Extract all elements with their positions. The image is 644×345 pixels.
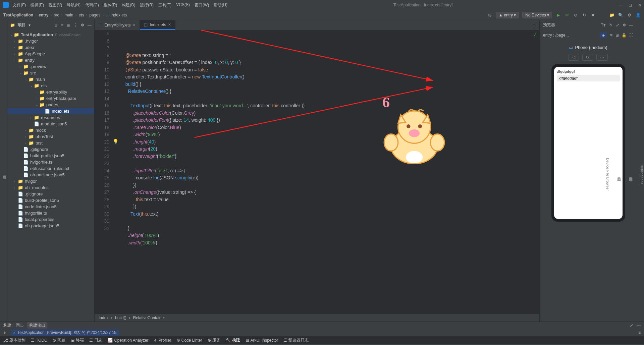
tree-item[interactable]: 📄build-profile.json5: [7, 153, 94, 159]
tree-item[interactable]: 📄hvigorfile.ts: [7, 210, 94, 216]
menu-refactor[interactable]: 重构(R): [104, 2, 117, 8]
tree-root[interactable]: ⌄📁 TestApplicationE:\nana\Deskto: [7, 32, 94, 38]
tool-profiler[interactable]: ✈ Profiler: [154, 338, 171, 343]
stack-icon[interactable]: ≋: [609, 33, 613, 38]
tree-item[interactable]: 📄oh-package.json5: [7, 172, 94, 178]
back-icon[interactable]: ◁: [569, 54, 579, 61]
tree-item[interactable]: ›📁test: [7, 140, 94, 146]
build-task[interactable]: ✓TestApplication [PreviewBuild]: 成功的 在20…: [11, 330, 119, 336]
search-icon[interactable]: 🔍: [618, 12, 623, 18]
menu-code[interactable]: 代码(C): [85, 2, 99, 8]
breadcrumb-item[interactable]: main: [64, 13, 73, 17]
menu-tools[interactable]: 工具(T): [158, 2, 171, 8]
tool-build[interactable]: 🔨 构建: [226, 337, 240, 343]
hide-icon[interactable]: —: [88, 23, 92, 27]
breadcrumb-item[interactable]: build(): [115, 315, 126, 320]
maximize-icon[interactable]: ◻: [629, 3, 632, 7]
tree-item[interactable]: ›📁.preview: [7, 63, 94, 70]
breadcrumb-item[interactable]: pages: [90, 13, 101, 17]
lock-icon[interactable]: 🔒: [622, 33, 627, 38]
tree-item[interactable]: ›📁hvigor: [7, 178, 94, 184]
tree-item[interactable]: 📄oh-package.json5: [7, 223, 94, 229]
gutter-device-browser[interactable]: Device File Browser: [606, 158, 610, 191]
breadcrumb-item[interactable]: entry: [39, 13, 48, 17]
expand-icon[interactable]: ≡: [61, 23, 63, 27]
tool-log[interactable]: ☰ 日志: [89, 337, 102, 343]
layers-icon[interactable]: ◈: [600, 32, 607, 38]
tool-arkui[interactable]: ▦ ArkUI Inspector: [246, 338, 278, 343]
gear-icon[interactable]: ⚙: [627, 12, 632, 18]
tree-item[interactable]: 📄Index.ets: [7, 108, 94, 114]
tool-todo[interactable]: ☰ TODO: [31, 338, 47, 343]
tool-linter[interactable]: ⊙ Code Linter: [177, 338, 202, 343]
menu-view[interactable]: 视图(V): [49, 2, 62, 8]
tree-item[interactable]: ⌄📁entry: [7, 57, 94, 63]
device-dropdown[interactable]: No Devices ▾: [522, 12, 552, 18]
close-icon[interactable]: ✕: [638, 3, 641, 7]
menu-window[interactable]: 窗口(W): [195, 2, 209, 8]
tool-vcs[interactable]: ⎇ 版本控制: [3, 337, 25, 343]
grid-icon[interactable]: ⊞: [615, 33, 619, 38]
tree-item[interactable]: 📄hvigorfile.ts: [7, 159, 94, 165]
menu-nav[interactable]: 导航(N): [67, 2, 80, 8]
close-icon[interactable]: ✕: [168, 22, 171, 27]
debug-icon[interactable]: ⚙: [564, 12, 570, 18]
expand-icon[interactable]: ⤢: [616, 23, 619, 27]
menu-icon[interactable]: ≡: [638, 330, 641, 335]
folder-icon[interactable]: 📁: [609, 12, 614, 18]
tree-item[interactable]: 📄.gitignore: [7, 191, 94, 197]
breadcrumb-item[interactable]: RelativeContainer: [133, 315, 165, 320]
build-sync[interactable]: 同步: [16, 323, 24, 328]
minimize-icon[interactable]: —: [619, 3, 623, 7]
gutter-notifications[interactable]: Notifications: [640, 164, 644, 184]
tree-item[interactable]: 📄obfuscation-rules.txt: [7, 165, 94, 172]
tree-item[interactable]: 📄build-profile.json5: [7, 197, 94, 204]
menu-run[interactable]: 运行(R): [140, 2, 154, 8]
code-editor[interactable]: 5678910111213141516171819202122232425262…: [95, 30, 539, 313]
breadcrumb-item[interactable]: src: [54, 13, 59, 17]
tree-item[interactable]: ›📁.idea: [7, 44, 94, 51]
tool-problems[interactable]: ⊘ 问题: [53, 337, 65, 343]
collapse-icon[interactable]: ≣: [67, 23, 70, 27]
tab-menu-icon[interactable]: ⋮: [529, 23, 539, 27]
rotate-icon[interactable]: ⟳: [582, 54, 593, 61]
preview-textinput[interactable]: dfgdgdggf: [557, 75, 620, 81]
tab-index[interactable]: ⬚Index.ets✕: [140, 20, 175, 30]
menu-file[interactable]: 文件(F): [13, 2, 26, 8]
menu-help[interactable]: 帮助(H): [214, 2, 227, 8]
more-icon[interactable]: ⋯: [596, 54, 608, 61]
breadcrumb-item[interactable]: TestApplication: [3, 13, 33, 17]
tree-item[interactable]: ⌄📁pages: [7, 102, 94, 108]
tree-item[interactable]: ›📁resources: [7, 114, 94, 121]
tree-item[interactable]: 📄code-linter.json5: [7, 204, 94, 210]
tree-item[interactable]: ›📁AppScope: [7, 51, 94, 57]
breadcrumb-item[interactable]: ⬚ Index.ets: [106, 13, 127, 17]
tree-item[interactable]: ›📁mock: [7, 127, 94, 133]
build-output[interactable]: 构建输出: [27, 322, 47, 329]
tool-preview-log[interactable]: ☰ 预览器日志: [283, 337, 309, 343]
breadcrumb-item[interactable]: Index: [99, 315, 108, 320]
tree-item[interactable]: ›📁ohosTest: [7, 133, 94, 140]
menu-build[interactable]: 构建(B): [122, 2, 135, 8]
stop-icon[interactable]: ■: [590, 12, 596, 18]
avatar-icon[interactable]: 👤: [635, 12, 641, 18]
text-icon[interactable]: Tᴛ: [601, 23, 606, 27]
tree-item[interactable]: ⌄📁src: [7, 70, 94, 76]
close-icon[interactable]: ✕: [132, 23, 136, 27]
target-icon[interactable]: ◎: [487, 12, 492, 18]
tool-services[interactable]: ⊕ 服务: [208, 337, 220, 343]
expand-icon[interactable]: ⤢: [630, 323, 633, 328]
refresh-icon[interactable]: ↻: [582, 12, 587, 18]
coverage-icon[interactable]: ⊙: [573, 12, 578, 18]
tree-item[interactable]: ⌄📁main: [7, 76, 94, 82]
tree-item[interactable]: ›📁oh_modules: [7, 184, 94, 191]
hide-icon[interactable]: —: [637, 323, 641, 328]
tree-item[interactable]: ›📁entryability: [7, 89, 94, 95]
tab-entryability[interactable]: ⬚EntryAbility.ets✕: [95, 20, 140, 30]
menu-vcs[interactable]: VCS(S): [176, 2, 190, 8]
gear-icon[interactable]: ✲: [623, 23, 626, 27]
tree-item[interactable]: ⌄📁ets: [7, 82, 94, 89]
refresh-icon[interactable]: ↻: [609, 23, 612, 27]
settings-icon[interactable]: ✲: [81, 23, 84, 27]
tree-item[interactable]: 📄.gitignore: [7, 146, 94, 153]
